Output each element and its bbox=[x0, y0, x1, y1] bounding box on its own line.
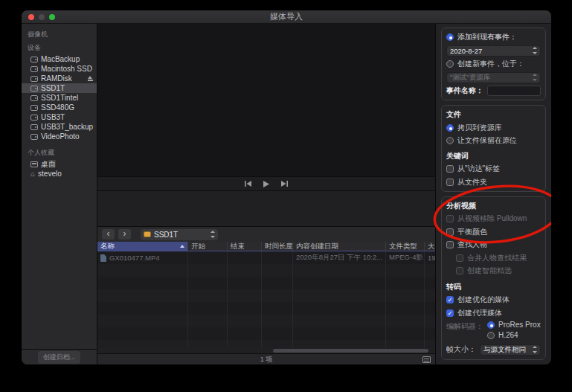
browser-pane: ‹ › SSD1T 名称 开始 结束 时间长度 内容创建日期 文件类型 大小 bbox=[97, 24, 435, 364]
checkbox-disabled-icon bbox=[446, 215, 454, 222]
video-group: 分析视频 从视频移除 Pulldown 平衡颜色 查找人物 合并人物查找结果 bbox=[441, 196, 546, 360]
radio-icon[interactable] bbox=[487, 332, 495, 339]
window-title: 媒体导入 bbox=[270, 11, 303, 22]
empty-row bbox=[97, 327, 435, 340]
sidebar-item-ssd480g[interactable]: SSD480G bbox=[22, 103, 97, 112]
event-name-row: 事件名称： bbox=[446, 86, 541, 96]
radio-selected-icon[interactable] bbox=[446, 33, 454, 41]
desktop-icon bbox=[30, 161, 38, 167]
horizontal-scrollbar[interactable] bbox=[97, 348, 435, 353]
sidebar-item-macintosh-ssd[interactable]: Macintosh SSD bbox=[22, 64, 97, 74]
keywords-header: 关键词 bbox=[446, 151, 541, 161]
playback-controls bbox=[97, 176, 435, 190]
checkbox-disabled-icon bbox=[456, 267, 463, 274]
sidebar-item-ssd1tintel[interactable]: SSD1Tintel bbox=[22, 93, 97, 103]
frame-size-dropdown[interactable]: 与源文件相同 bbox=[480, 344, 541, 356]
add-to-existing-option[interactable]: 添加到现有事件： bbox=[446, 32, 541, 42]
previous-frame-icon[interactable] bbox=[245, 181, 251, 187]
list-view-icon[interactable] bbox=[422, 356, 431, 363]
event-name-input[interactable] bbox=[487, 86, 541, 96]
sort-ascending-icon bbox=[180, 245, 184, 248]
sidebar-item-usb3t[interactable]: USB3T bbox=[22, 112, 97, 122]
copy-to-library-option[interactable]: 拷贝到资源库 bbox=[446, 123, 541, 133]
drive-icon bbox=[30, 66, 38, 72]
eject-icon[interactable] bbox=[87, 76, 94, 82]
dropdown-stepper-icon bbox=[532, 74, 537, 81]
checkbox-icon[interactable] bbox=[446, 241, 454, 248]
sidebar-item-ssd1t[interactable]: SSD1T bbox=[22, 83, 97, 93]
dropdown-stepper-icon bbox=[532, 346, 537, 353]
home-icon: ⌂ bbox=[30, 171, 35, 177]
window-controls bbox=[28, 14, 55, 20]
checkbox-icon[interactable] bbox=[446, 165, 454, 173]
zoom-window-icon[interactable] bbox=[49, 14, 55, 20]
forward-button[interactable]: › bbox=[118, 229, 131, 240]
table-row[interactable]: GX010477.MP4 2020年8月27日 下午 10:2... MPEG-… bbox=[97, 251, 435, 264]
column-header-type[interactable]: 文件类型 bbox=[386, 242, 425, 251]
minimize-window-icon[interactable] bbox=[39, 14, 45, 20]
prores-proxy-option[interactable]: ProRes Proxy bbox=[487, 321, 541, 329]
checkbox-icon[interactable] bbox=[446, 228, 454, 236]
sidebar-item-desktop[interactable]: 桌面 bbox=[22, 159, 97, 169]
location-dropdown[interactable]: SSD1T bbox=[141, 229, 218, 240]
preview-area[interactable] bbox=[97, 24, 435, 176]
column-header-end[interactable]: 结束 bbox=[228, 242, 262, 251]
sidebar-item-home[interactable]: ⌂ stevelo bbox=[22, 169, 97, 179]
checkbox-icon[interactable] bbox=[446, 179, 454, 186]
h264-option[interactable]: H.264 bbox=[487, 331, 541, 339]
drive-icon bbox=[30, 95, 38, 101]
files-header: 文件 bbox=[446, 109, 541, 120]
column-header-start[interactable]: 开始 bbox=[188, 242, 228, 251]
existing-event-dropdown[interactable]: 2020-8-27 bbox=[446, 45, 541, 57]
next-frame-icon[interactable] bbox=[281, 181, 288, 187]
drive-icon bbox=[30, 57, 38, 62]
scrollbar-handle[interactable] bbox=[273, 349, 428, 353]
files-group: 文件 拷贝到资源库 让文件保留在原位 关键词 从"访达"标签 从文件夹 bbox=[441, 105, 546, 192]
browser-statusbar: 1 项 bbox=[97, 353, 435, 364]
create-archive-button[interactable]: 创建归档... bbox=[37, 350, 82, 364]
library-dropdown: "测试"资源库 bbox=[446, 72, 541, 83]
column-header-created[interactable]: 内容创建日期 bbox=[293, 242, 386, 251]
checkbox-disabled-icon bbox=[456, 254, 463, 262]
play-icon[interactable] bbox=[263, 181, 269, 187]
media-import-window: 媒体导入 摄像机 设备 MacBackup Macintosh SSD RAMD… bbox=[21, 10, 552, 365]
create-optimized-option[interactable]: 创建优化的媒体 bbox=[446, 295, 541, 305]
radio-icon[interactable] bbox=[446, 137, 454, 144]
find-people-option[interactable]: 查找人物 bbox=[446, 240, 541, 250]
table-header: 名称 开始 结束 时间长度 内容创建日期 文件类型 大小 bbox=[97, 242, 435, 251]
create-new-event-option[interactable]: 创建新事件，位于： bbox=[446, 59, 541, 69]
camera-section-label: 摄像机 bbox=[22, 28, 97, 41]
filmstrip-area bbox=[97, 190, 435, 226]
checkbox-checked-icon[interactable] bbox=[446, 296, 454, 303]
leave-in-place-option[interactable]: 让文件保留在原位 bbox=[446, 135, 541, 146]
balance-color-option[interactable]: 平衡颜色 bbox=[446, 227, 541, 237]
sidebar-footer: 创建归档... bbox=[22, 349, 97, 364]
create-proxy-option[interactable]: 创建代理媒体 bbox=[446, 308, 541, 318]
finder-tags-option[interactable]: 从"访达"标签 bbox=[446, 164, 541, 174]
event-group: 添加到现有事件： 2020-8-27 创建新事件，位于： "测试"资源库 事件名… bbox=[441, 28, 546, 100]
from-folders-option[interactable]: 从文件夹 bbox=[446, 177, 541, 187]
radio-icon[interactable] bbox=[446, 60, 454, 68]
sidebar-item-macbackup[interactable]: MacBackup bbox=[22, 54, 97, 64]
column-header-size[interactable]: 大小 bbox=[425, 242, 435, 251]
analyze-video-header: 分析视频 bbox=[446, 201, 541, 211]
radio-selected-icon[interactable] bbox=[487, 321, 495, 329]
smart-collections-option: 创建智能精选 bbox=[446, 266, 541, 276]
import-settings-panel: 添加到现有事件： 2020-8-27 创建新事件，位于： "测试"资源库 事件名… bbox=[435, 24, 551, 364]
column-header-duration[interactable]: 时间长度 bbox=[262, 242, 293, 251]
video-file-icon bbox=[100, 254, 106, 262]
empty-row bbox=[97, 302, 435, 315]
sidebar-item-ramdisk[interactable]: RAMDisk bbox=[22, 74, 97, 83]
checkbox-checked-icon[interactable] bbox=[446, 309, 454, 317]
sidebar-item-videophoto[interactable]: VideoPhoto bbox=[22, 132, 97, 141]
back-button[interactable]: ‹ bbox=[102, 229, 115, 240]
radio-selected-icon[interactable] bbox=[446, 124, 454, 132]
consolidate-results-option: 合并人物查找结果 bbox=[446, 253, 541, 263]
close-window-icon[interactable] bbox=[28, 14, 34, 20]
sidebar-item-usb3t-backup[interactable]: USB3T_backup bbox=[22, 122, 97, 132]
column-header-name[interactable]: 名称 bbox=[97, 242, 188, 251]
codec-row: 编解码器： ProRes Proxy H.264 bbox=[446, 321, 541, 339]
empty-row bbox=[97, 315, 435, 327]
frame-size-row: 帧大小： 与源文件相同 bbox=[446, 344, 541, 356]
titlebar[interactable]: 媒体导入 bbox=[22, 10, 551, 24]
